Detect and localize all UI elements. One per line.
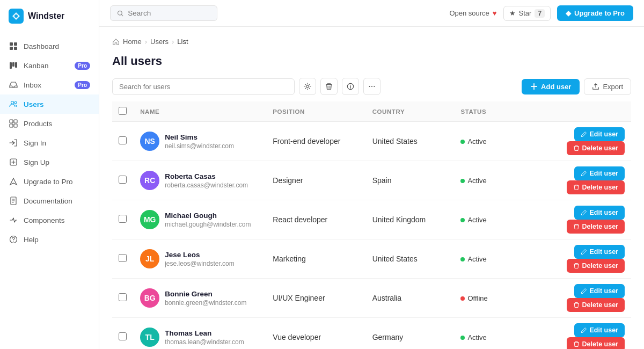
row-checkbox-cell bbox=[112, 161, 134, 200]
user-position: Designer bbox=[273, 176, 303, 185]
sidebar-item-sign-up[interactable]: Sign Up bbox=[0, 152, 99, 172]
delete-user-button[interactable]: Delete user bbox=[567, 337, 625, 349]
row-checkbox-cell bbox=[112, 200, 134, 239]
user-info: Jese Leos jese.leos@windster.com bbox=[165, 251, 235, 267]
trash-icon bbox=[573, 302, 580, 308]
sidebar-item-components[interactable]: Components bbox=[0, 210, 99, 230]
row-checkbox[interactable] bbox=[119, 136, 127, 144]
global-search[interactable] bbox=[110, 5, 217, 21]
delete-user-button[interactable]: Delete user bbox=[567, 298, 625, 312]
star-button[interactable]: ★ Star 7 bbox=[503, 6, 551, 21]
svg-rect-6 bbox=[10, 62, 12, 69]
table-row: BG Bonnie Green bonnie.green@windster.co… bbox=[112, 279, 631, 318]
user-country-cell: Germany bbox=[366, 318, 455, 350]
sidebar-nav: Dashboard Kanban Pro Inbox Pro Users bbox=[0, 32, 99, 349]
row-checkbox-cell bbox=[112, 318, 134, 350]
table-toolbar: Add user Export bbox=[112, 78, 631, 95]
edit-user-button[interactable]: Edit user bbox=[574, 323, 625, 337]
user-position: React developer bbox=[273, 215, 327, 224]
upgrade-to-pro-button[interactable]: ◆ Upgrade to Pro bbox=[557, 5, 633, 21]
user-email: michael.gough@windster.com bbox=[165, 221, 251, 228]
user-email: bonnie.green@windster.com bbox=[165, 299, 246, 307]
status-badge: Active bbox=[460, 333, 486, 341]
sidebar-item-upgrade[interactable]: Upgrade to Pro bbox=[0, 172, 99, 191]
more-options-button[interactable] bbox=[363, 78, 380, 95]
delete-user-button[interactable]: Delete user bbox=[567, 141, 625, 155]
edit-user-button[interactable]: Edit user bbox=[574, 166, 625, 180]
user-email: roberta.casas@windster.com bbox=[165, 181, 248, 189]
global-search-input[interactable] bbox=[128, 9, 210, 17]
user-status-cell: Active bbox=[454, 239, 521, 279]
user-position: Front-end developer bbox=[273, 137, 340, 146]
user-country-cell: Australia bbox=[366, 279, 455, 318]
sidebar-item-inbox[interactable]: Inbox Pro bbox=[0, 75, 99, 94]
user-country-cell: Spain bbox=[366, 161, 455, 200]
edit-user-button[interactable]: Edit user bbox=[574, 206, 625, 220]
opensource-button[interactable]: Open source ♥ bbox=[449, 9, 496, 17]
delete-user-button[interactable]: Delete user bbox=[567, 259, 625, 273]
user-position: UI/UX Engineer bbox=[273, 294, 325, 302]
heart-icon: ♥ bbox=[493, 9, 497, 17]
sidebar-label-users: Users bbox=[24, 100, 44, 108]
user-email: neil.sims@windster.com bbox=[165, 142, 234, 150]
delete-user-button[interactable]: Delete user bbox=[567, 180, 625, 194]
user-avatar: RC bbox=[140, 171, 159, 190]
row-checkbox[interactable] bbox=[119, 176, 127, 184]
table-row: RC Roberta Casas roberta.casas@windster.… bbox=[112, 161, 631, 200]
edit-user-button[interactable]: Edit user bbox=[574, 284, 625, 298]
edit-user-button[interactable]: Edit user bbox=[574, 127, 625, 141]
sidebar-item-sign-in[interactable]: Sign In bbox=[0, 133, 99, 152]
star-label: Star bbox=[519, 9, 532, 17]
select-all-checkbox[interactable] bbox=[119, 107, 127, 115]
windster-logo-icon bbox=[9, 9, 24, 24]
edit-user-button[interactable]: Edit user bbox=[574, 245, 625, 259]
help-icon bbox=[9, 235, 18, 244]
status-badge: Active bbox=[460, 255, 486, 263]
breadcrumb-home[interactable]: Home bbox=[123, 38, 142, 46]
sidebar: Windster Dashboard Kanban Pro Inbox Pro bbox=[0, 0, 99, 349]
user-avatar: BG bbox=[140, 288, 159, 308]
sidebar-item-products[interactable]: Products bbox=[0, 114, 99, 133]
export-button[interactable]: Export bbox=[584, 78, 631, 95]
status-text: Active bbox=[467, 255, 486, 263]
status-dot bbox=[460, 140, 465, 144]
status-dot bbox=[460, 296, 465, 301]
user-actions-cell: Edit user Delete user bbox=[521, 318, 631, 350]
user-info: Neil Sims neil.sims@windster.com bbox=[165, 133, 234, 150]
svg-rect-11 bbox=[10, 120, 13, 123]
user-avatar: MG bbox=[140, 210, 159, 229]
user-avatar: NS bbox=[140, 132, 159, 151]
user-actions-cell: Edit user Delete user bbox=[521, 200, 631, 239]
user-status-cell: Active bbox=[454, 200, 521, 239]
app-logo[interactable]: Windster bbox=[0, 0, 99, 32]
delete-selected-button[interactable] bbox=[320, 78, 338, 95]
users-search-input[interactable] bbox=[112, 78, 295, 95]
row-checkbox[interactable] bbox=[119, 332, 127, 340]
sidebar-item-documentation[interactable]: Documentation bbox=[0, 191, 99, 210]
plus-icon bbox=[530, 83, 538, 90]
user-position-cell: Designer bbox=[266, 161, 365, 200]
row-checkbox[interactable] bbox=[119, 293, 127, 301]
settings-button[interactable] bbox=[299, 78, 316, 95]
sidebar-item-kanban[interactable]: Kanban Pro bbox=[0, 56, 99, 75]
row-checkbox[interactable] bbox=[119, 215, 127, 223]
kanban-badge: Pro bbox=[75, 62, 90, 70]
info-button[interactable] bbox=[342, 78, 359, 95]
add-user-button[interactable]: Add user bbox=[522, 79, 580, 94]
sidebar-item-users[interactable]: Users bbox=[0, 94, 99, 114]
user-country: United Kingdom bbox=[372, 215, 426, 224]
row-checkbox[interactable] bbox=[119, 254, 127, 262]
svg-point-23 bbox=[371, 86, 372, 87]
svg-rect-5 bbox=[14, 47, 17, 50]
user-country: Spain bbox=[372, 176, 392, 185]
sidebar-item-dashboard[interactable]: Dashboard bbox=[0, 37, 99, 56]
topbar-right: Open source ♥ ★ Star 7 ◆ Upgrade to Pro bbox=[449, 5, 633, 21]
user-info: Michael Gough michael.gough@windster.com bbox=[165, 212, 251, 228]
user-avatar: TL bbox=[140, 328, 159, 347]
user-status-cell: Active bbox=[454, 318, 521, 350]
sidebar-item-help[interactable]: Help bbox=[0, 230, 99, 249]
th-name: NAME bbox=[134, 101, 266, 122]
inbox-icon bbox=[9, 80, 18, 90]
delete-user-button[interactable]: Delete user bbox=[567, 220, 625, 234]
breadcrumb-users[interactable]: Users bbox=[150, 38, 169, 46]
